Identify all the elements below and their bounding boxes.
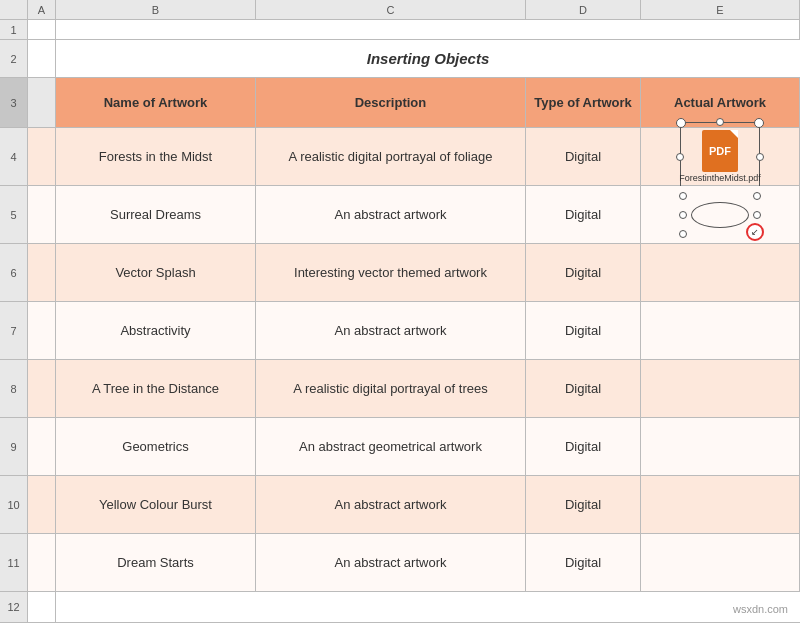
handle-top-mid[interactable] — [716, 118, 724, 126]
pdf-selection-box[interactable]: PDF ForestintheMidst.pdf — [680, 122, 760, 192]
grid-row-6: 6 Vector Splash Interesting vector theme… — [0, 244, 800, 302]
col-header-e: E — [641, 0, 800, 19]
pdf-object-container[interactable]: PDF ForestintheMidst.pdf — [649, 132, 791, 181]
cell-5-actual: ↙ — [641, 186, 800, 243]
grid-row-8: 8 A Tree in the Distance A realistic dig… — [0, 360, 800, 418]
cell-8a — [28, 360, 56, 417]
row-num-7: 7 — [0, 302, 28, 359]
grid-row-5: 5 Surreal Dreams An abstract artwork Dig… — [0, 186, 800, 244]
cell-10-actual — [641, 476, 800, 533]
cell-9-desc: An abstract geometrical artwork — [256, 418, 526, 475]
cell-10-type: Digital — [526, 476, 641, 533]
grid-row-2: 2 Inserting Objects — [0, 40, 800, 78]
col-header-empty — [0, 0, 28, 19]
cell-10a — [28, 476, 56, 533]
cell-9a — [28, 418, 56, 475]
pdf-corner-fold — [730, 130, 738, 138]
cell-11-type: Digital — [526, 534, 641, 591]
handle-mid-right[interactable] — [756, 153, 764, 161]
grid-row-11: 11 Dream Starts An abstract artwork Digi… — [0, 534, 800, 592]
grid-row-7: 7 Abstractivity An abstract artwork Digi… — [0, 302, 800, 360]
row-num-11: 11 — [0, 534, 28, 591]
grid-row-1: 1 — [0, 20, 800, 40]
cell-6-actual — [641, 244, 800, 301]
grid-row-9: 9 Geometrics An abstract geometrical art… — [0, 418, 800, 476]
cell-5-type: Digital — [526, 186, 641, 243]
cell-3a — [28, 78, 56, 127]
cell-1rest — [56, 20, 800, 39]
grid: 1 2 Inserting Objects 3 Name of Artwork … — [0, 20, 800, 623]
ellipse-handle-ml[interactable] — [679, 211, 687, 219]
cell-4-type: Digital — [526, 128, 641, 185]
ellipse-object-container[interactable]: ↙ — [649, 190, 791, 239]
ellipse-shape — [691, 202, 749, 228]
cell-8-name: A Tree in the Distance — [56, 360, 256, 417]
cell-8-type: Digital — [526, 360, 641, 417]
header-type: Type of Artwork — [526, 78, 641, 127]
cell-6a — [28, 244, 56, 301]
row-num-3: 3 — [0, 78, 28, 127]
col-header-a: A — [28, 0, 56, 19]
row-num-4: 4 — [0, 128, 28, 185]
cell-11-actual — [641, 534, 800, 591]
ellipse-handle-tl[interactable] — [679, 192, 687, 200]
ellipse-handle-bl[interactable] — [679, 230, 687, 238]
cell-4-desc: A realistic digital portrayal of foliage — [256, 128, 526, 185]
cell-4-actual: PDF ForestintheMidst.pdf — [641, 128, 800, 185]
cell-11-desc: An abstract artwork — [256, 534, 526, 591]
resize-cursor-icon[interactable]: ↙ — [746, 223, 764, 241]
cell-11a — [28, 534, 56, 591]
cell-8-actual — [641, 360, 800, 417]
row-num-9: 9 — [0, 418, 28, 475]
cell-5-desc: An abstract artwork — [256, 186, 526, 243]
pdf-filename: ForestintheMidst.pdf — [679, 174, 761, 184]
row-num-8: 8 — [0, 360, 28, 417]
cell-6-type: Digital — [526, 244, 641, 301]
row-num-5: 5 — [0, 186, 28, 243]
column-headers: A B C D E — [0, 0, 800, 20]
cell-1a — [28, 20, 56, 39]
cell-9-type: Digital — [526, 418, 641, 475]
watermark: wsxdn.com — [733, 603, 788, 615]
row-num-10: 10 — [0, 476, 28, 533]
cell-7-type: Digital — [526, 302, 641, 359]
header-name: Name of Artwork — [56, 78, 256, 127]
cell-4-name: Forests in the Midst — [56, 128, 256, 185]
cell-12rest — [56, 592, 800, 622]
ellipse-handle-mr[interactable] — [753, 211, 761, 219]
cell-7a — [28, 302, 56, 359]
spreadsheet-title: Inserting Objects — [56, 40, 800, 77]
handle-mid-left[interactable] — [676, 153, 684, 161]
cell-9-name: Geometrics — [56, 418, 256, 475]
cell-8-desc: A realistic digital portrayal of trees — [256, 360, 526, 417]
cell-4a — [28, 128, 56, 185]
cell-5-name: Surreal Dreams — [56, 186, 256, 243]
row-num-6: 6 — [0, 244, 28, 301]
cell-2a — [28, 40, 56, 77]
cell-10-desc: An abstract artwork — [256, 476, 526, 533]
cell-12a — [28, 592, 56, 622]
pdf-icon: PDF — [702, 130, 738, 172]
cell-11-name: Dream Starts — [56, 534, 256, 591]
cell-10-name: Yellow Colour Burst — [56, 476, 256, 533]
cell-6-name: Vector Splash — [56, 244, 256, 301]
col-header-b: B — [56, 0, 256, 19]
spreadsheet: A B C D E 1 2 Inserting Objects 3 Name o… — [0, 0, 800, 623]
row-num-1: 1 — [0, 20, 28, 39]
row-num-12: 12 — [0, 592, 28, 622]
row-num-2: 2 — [0, 40, 28, 77]
cell-7-name: Abstractivity — [56, 302, 256, 359]
cell-7-desc: An abstract artwork — [256, 302, 526, 359]
cell-5a — [28, 186, 56, 243]
grid-row-4: 4 Forests in the Midst A realistic digit… — [0, 128, 800, 186]
grid-row-12: 12 — [0, 592, 800, 623]
header-description: Description — [256, 78, 526, 127]
cell-7-actual — [641, 302, 800, 359]
ellipse-handle-tr[interactable] — [753, 192, 761, 200]
col-header-c: C — [256, 0, 526, 19]
cell-9-actual — [641, 418, 800, 475]
ellipse-selection-box[interactable]: ↙ — [684, 197, 756, 233]
pdf-icon-label: PDF — [709, 145, 731, 157]
grid-row-10: 10 Yellow Colour Burst An abstract artwo… — [0, 476, 800, 534]
col-header-d: D — [526, 0, 641, 19]
